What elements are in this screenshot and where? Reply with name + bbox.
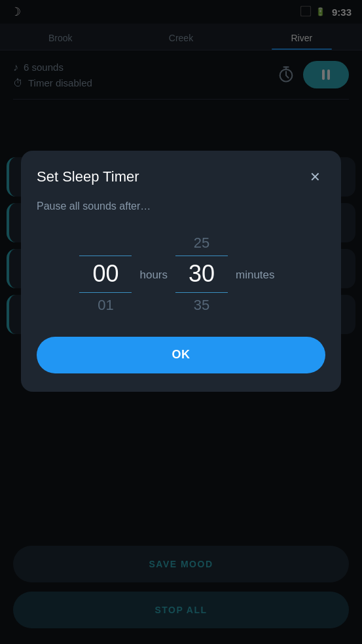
time-picker: 00 00 01 hours 25 30 35 minutes <box>37 231 325 318</box>
minutes-picker[interactable]: 25 30 35 <box>175 231 228 318</box>
dialog-subtitle: Pause all sounds after… <box>37 200 325 212</box>
minutes-selected[interactable]: 30 <box>175 256 228 293</box>
close-dialog-button[interactable]: ✕ <box>304 166 325 187</box>
minutes-above: 25 <box>194 231 209 256</box>
sleep-timer-dialog: Set Sleep Timer ✕ Pause all sounds after… <box>21 151 341 392</box>
minutes-label: minutes <box>228 269 283 282</box>
dialog-title: Set Sleep Timer <box>37 168 139 185</box>
hours-label: hours <box>132 269 175 282</box>
hours-below: 01 <box>98 293 113 318</box>
minutes-below: 35 <box>194 293 209 318</box>
dialog-header: Set Sleep Timer ✕ <box>37 166 325 187</box>
ok-button[interactable]: OK <box>37 337 325 373</box>
hours-selected[interactable]: 00 <box>79 256 132 293</box>
hours-picker[interactable]: 00 00 01 <box>79 231 132 318</box>
